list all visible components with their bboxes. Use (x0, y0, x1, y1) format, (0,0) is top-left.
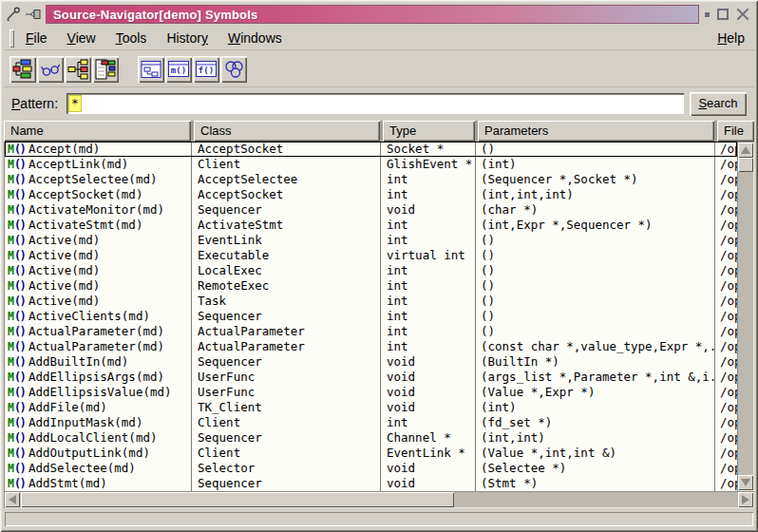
cell-file: /opt (715, 294, 737, 309)
cell-class: Executable (192, 248, 381, 263)
class-browser-button[interactable] (92, 56, 119, 83)
menubar-grip[interactable] (9, 29, 14, 48)
table-row[interactable]: M() Active(md) EventLink int () /opt (5, 233, 737, 248)
horizontal-scroll-thumb[interactable] (21, 492, 454, 507)
scroll-up-button[interactable] (738, 142, 753, 158)
scroll-down-button[interactable] (738, 475, 753, 490)
table-row[interactable]: M() ActualParameter(md) ActualParameter … (5, 339, 737, 354)
minimize-button[interactable] (705, 12, 710, 17)
table-row[interactable]: M() ActualParameter(md) ActualParameter … (5, 324, 737, 339)
cell-type: void (381, 202, 476, 218)
cell-file: /opt (715, 263, 737, 278)
vertical-scroll-thumb[interactable] (738, 158, 753, 172)
method-icon: M() (5, 415, 28, 430)
methods-window-button[interactable]: m() (165, 56, 192, 83)
titlebar[interactable]: Source-Navigator[demo] Symbols (4, 4, 754, 25)
method-icon: M() (5, 233, 28, 248)
table-header: Name Class Type Parameters File (4, 121, 754, 142)
table-row[interactable]: M() AddStmt(md) Sequencer void (Stmt *) … (5, 476, 737, 491)
titlebar-gradient[interactable]: Source-Navigator[demo] Symbols (46, 5, 699, 24)
menu-windows[interactable]: Windows (226, 28, 284, 48)
table-row[interactable]: M() Active(md) LocalExec int () /opt (5, 263, 737, 278)
method-icon: M() (5, 339, 28, 354)
method-icon: M() (5, 324, 28, 339)
cell-parameters: (BuiltIn *) (476, 354, 715, 370)
table-row[interactable]: M() Active(md) RemoteExec int () /opt (5, 278, 737, 294)
pushpin-icon[interactable] (25, 6, 44, 23)
table-row[interactable]: M() AcceptSelectee(md) AcceptSelectee in… (5, 172, 737, 187)
table-row[interactable]: M() AddLocalClient(md) Sequencer Channel… (5, 430, 737, 446)
cell-class: Sequencer (192, 430, 381, 446)
pattern-input[interactable]: * (66, 93, 684, 114)
close-button[interactable] (736, 8, 749, 21)
table-row[interactable]: M() AddBuiltIn(md) Sequencer void (Built… (5, 354, 737, 370)
cell-file: /opt (715, 385, 737, 400)
table-row[interactable]: M() AddEllipsisArgs(md) UserFunc void (a… (5, 370, 737, 385)
cell-name: AddSelectee(md) (28, 461, 192, 476)
cell-file: /opt (715, 430, 737, 446)
window-tool-icon[interactable] (4, 6, 23, 23)
cell-type: int (381, 324, 476, 339)
table-row[interactable]: M() AddOutputLink(md) Client EventLink *… (5, 446, 737, 461)
search-button[interactable]: Search (690, 92, 747, 116)
cell-type: int (381, 278, 476, 294)
cell-parameters: (fd_set *) (476, 415, 715, 430)
cell-file: /opt (715, 202, 737, 218)
table-row[interactable]: M() AcceptSocket(md) AcceptSocket int (i… (5, 187, 737, 202)
hierarchy-window-button[interactable] (138, 56, 164, 83)
cell-name: AddEllipsisArgs(md) (28, 370, 192, 385)
table-row[interactable]: M() AddFile(md) TK_Client void (int) /op… (5, 400, 737, 415)
maximize-button[interactable] (717, 9, 729, 20)
cell-parameters: () (476, 278, 715, 294)
cell-file: /opt (715, 446, 737, 461)
table-row[interactable]: M() Accept(md) AcceptSocket Socket * () … (5, 142, 737, 157)
cell-type: int (381, 339, 476, 354)
cell-class: UserFunc (192, 385, 381, 400)
menu-help[interactable]: Help (715, 28, 747, 48)
cell-name: AcceptSocket(md) (28, 187, 192, 202)
functions-window-button[interactable]: f() (193, 56, 219, 83)
symbol-browser-icon (12, 59, 33, 80)
class-browser-icon (95, 59, 116, 80)
cell-class: Sequencer (192, 309, 381, 324)
retriever-button[interactable] (37, 56, 64, 83)
table-row[interactable]: M() ActivateMonitor(md) Sequencer void (… (5, 202, 737, 218)
scroll-left-button[interactable] (5, 492, 20, 507)
table-row[interactable]: M() AcceptLink(md) Client GlishEvent * (… (5, 157, 737, 172)
table-row[interactable]: M() AddEllipsisValue(md) UserFunc void (… (5, 385, 737, 400)
symbol-browser-button[interactable] (9, 56, 36, 83)
column-header-file[interactable]: File (717, 121, 754, 142)
cell-type: void (381, 370, 476, 385)
cell-parameters: (Value *,Expr *) (476, 385, 715, 400)
cell-name: AcceptLink(md) (28, 157, 192, 172)
menu-file[interactable]: File (24, 28, 49, 48)
cell-type: void (381, 385, 476, 400)
column-header-class[interactable]: Class (194, 121, 380, 142)
table-row[interactable]: M() ActivateStmt(md) ActivateStmt int (i… (5, 218, 737, 233)
table-row[interactable]: M() Active(md) Task int () /opt (5, 294, 737, 309)
left-arrow-icon (9, 495, 16, 504)
scroll-right-button[interactable] (738, 492, 753, 507)
cell-file: /opt (715, 142, 737, 157)
column-header-name[interactable]: Name (4, 121, 191, 142)
class-hierarchy-button[interactable] (65, 56, 91, 83)
table-row[interactable]: M() ActiveClients(md) Sequencer int () /… (5, 309, 737, 324)
table-row[interactable]: M() AddInputMask(md) Client int (fd_set … (5, 415, 737, 430)
cell-name: AddInputMask(md) (28, 415, 192, 430)
method-icon: M() (5, 370, 28, 385)
column-header-parameters[interactable]: Parameters (478, 121, 714, 142)
cross-reference-button[interactable] (220, 56, 247, 83)
cell-parameters: (int) (476, 400, 715, 415)
menu-view[interactable]: View (66, 28, 98, 48)
menu-tools[interactable]: Tools (114, 28, 149, 48)
column-header-type[interactable]: Type (383, 121, 475, 142)
cell-type: void (381, 461, 476, 476)
horizontal-scrollbar[interactable] (4, 491, 754, 508)
menubar: File View Tools History Windows Help (4, 27, 754, 50)
table-row[interactable]: M() AddSelectee(md) Selector void (Selec… (5, 461, 737, 476)
table-row[interactable]: M() Active(md) Executable virtual int ()… (5, 248, 737, 263)
cell-file: /opt (715, 218, 737, 233)
menu-history[interactable]: History (164, 28, 210, 48)
cell-file: /opt (715, 415, 737, 430)
vertical-scrollbar[interactable] (737, 142, 754, 491)
